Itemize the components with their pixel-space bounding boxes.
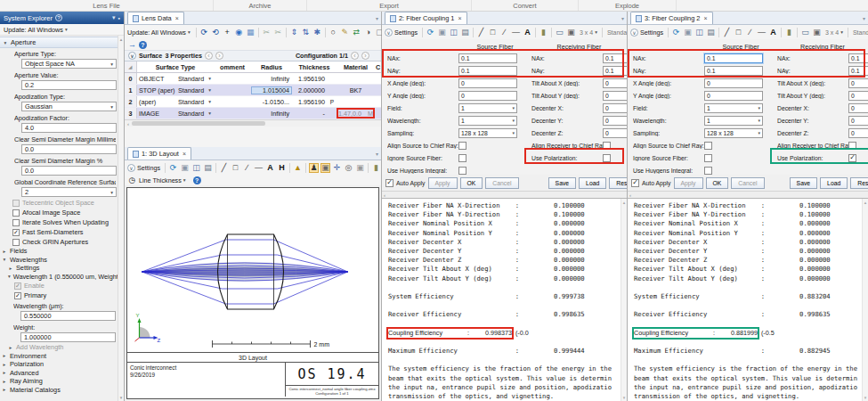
pencil-icon[interactable]: ✎ (340, 28, 350, 37)
globe-icon[interactable]: ◉ (234, 28, 244, 37)
scroll-down-icon[interactable]: ▾ (623, 395, 626, 400)
input-tilt-about-x-deg[interactable]: 0 (603, 78, 628, 88)
scroll-up-icon[interactable]: ▴ (864, 200, 867, 205)
surface-type-dropdown[interactable]: Standard▾ (178, 110, 214, 118)
checkbox-auto-apply[interactable]: ✓ (631, 179, 639, 187)
line-icon[interactable]: ╱ (722, 28, 732, 37)
input-nax[interactable]: 0.1 (458, 53, 517, 63)
info-icon[interactable]: ? (55, 14, 62, 21)
cancel-button[interactable]: Cancel (485, 177, 518, 189)
update-dropdown[interactable]: Update: All Windows ▾ (127, 29, 191, 37)
checkbox-ignore-source-fiber[interactable] (704, 154, 712, 162)
checkbox-use-huygens-integral[interactable] (704, 167, 712, 175)
input-decenter-x[interactable]: 0 (848, 103, 868, 113)
sysexp-check-iterate-solves-when-updating[interactable]: Iterate Solves When Updating (0, 217, 118, 227)
vertical-scrollbar[interactable]: ▴▾ (621, 199, 627, 401)
sysexp-branch-ray-aiming[interactable]: ▸Ray Aiming (0, 377, 118, 386)
input-clear-semi-diameter-margin-millimeters[interactable]: 0.0 (21, 144, 117, 154)
line-thickness-label[interactable]: Line Thickness (139, 176, 182, 184)
checkbox-align-receiver-to-chief-ray[interactable] (603, 142, 611, 150)
horizontal-scrollbar[interactable]: ‹ (628, 191, 868, 198)
select-sampling[interactable]: 128 x 128▾ (704, 128, 763, 138)
print-icon[interactable]: ▤ (203, 163, 213, 173)
dash-icon[interactable]: — (511, 28, 521, 37)
material-cell[interactable]: 1.47,0.0M (337, 108, 375, 119)
segment-icon[interactable]: ∕ (745, 28, 755, 37)
input-x-angle-deg[interactable]: 0 (458, 78, 517, 88)
sysexp-branch-wavelength-1-0-550000-um-weight-1-00[interactable]: ▾Wavelength 1 (0.550000 um, Weight = 1.0… (0, 273, 118, 282)
checkbox-align-receiver-to-chief-ray[interactable] (848, 142, 856, 150)
surface-type-dropdown[interactable]: Standard▾ (178, 98, 214, 106)
sysexp-branch-add-wavelength[interactable]: ▸Add Wavelength (0, 343, 118, 352)
tab-fiber-coupling-2[interactable]: 3: Fiber Coupling 2 × (630, 12, 713, 24)
dash-icon[interactable]: — (757, 28, 767, 37)
sysexp-branch-advanced[interactable]: ▸Advanced (0, 369, 118, 378)
panel-menu-icon[interactable]: ▾ (376, 151, 378, 157)
config-prev-button[interactable]: ‹ (351, 52, 359, 60)
system-explorer-titlebar[interactable]: System Explorer ? ▾ ▪ (0, 12, 124, 24)
horizontal-scrollbar[interactable]: ‹ (125, 119, 381, 127)
help-icon[interactable]: ? (193, 176, 201, 184)
input-nax[interactable]: 0.1 (704, 53, 763, 63)
thickness-cell[interactable]: - (292, 110, 328, 118)
monitor-icon[interactable]: ▭ (555, 28, 564, 37)
grid-size-dropdown[interactable]: 3 x 4 ▾ (823, 29, 845, 36)
ribbon-group-export[interactable]: Export (307, 0, 472, 11)
sysexp-check-telecentric-object-space[interactable]: Telecentric Object Space (0, 198, 118, 208)
input-decenter-y[interactable]: 0 (603, 116, 628, 126)
scissors-x-icon[interactable]: ✂ (262, 28, 272, 37)
scroll-left-icon[interactable]: ‹ (629, 192, 631, 198)
checkbox-auto-apply[interactable]: ✓ (385, 179, 393, 187)
save-icon[interactable]: ◫ (191, 163, 201, 173)
checkbox[interactable] (12, 200, 20, 207)
tree-icon[interactable]: ▲ (293, 163, 303, 173)
settings-dropdown[interactable]: ∨ Settings (127, 164, 160, 172)
scroll-up-icon[interactable]: ▴ (623, 200, 626, 205)
radius-cell[interactable]: Infinity (251, 75, 292, 83)
select-sampling[interactable]: 128 x 128▾ (458, 128, 517, 138)
style-dropdown[interactable]: Standard ▾ (605, 29, 628, 36)
grid-size-dropdown[interactable]: 3 x 4 ▾ (578, 29, 599, 36)
thickness-cell[interactable]: 1.956190 (292, 75, 328, 83)
table-row-surface-3[interactable]: 3IMAGEStandard▾Infinity-1.47,0.0M (125, 108, 381, 119)
hmark-icon[interactable]: H (277, 163, 287, 173)
rect-icon[interactable]: □ (231, 163, 240, 173)
sysexp-branch-wavelengths[interactable]: ▾Wavelengths (0, 256, 118, 265)
vertical-scrollbar[interactable]: ▴ ▾ (118, 36, 124, 401)
settings-dropdown[interactable]: ∨ Settings (385, 29, 418, 37)
input-aperture-value[interactable]: 0.2 (21, 80, 117, 90)
table-row-surface-2[interactable]: 2(aper)Standard▾-1.0150...1.956190P (125, 96, 381, 108)
apply-button[interactable]: Apply (428, 177, 458, 189)
select-field[interactable]: 1▾ (458, 103, 517, 113)
config-next-button[interactable]: › (361, 52, 369, 60)
zoom-icon[interactable]: ◎ (344, 163, 353, 173)
close-icon[interactable]: × (458, 15, 461, 21)
scroll-left-icon[interactable]: ‹ (384, 192, 385, 198)
checkbox[interactable]: ✓ (14, 282, 21, 290)
input-decenter-z[interactable]: 0 (848, 128, 868, 138)
rect-icon[interactable]: □ (734, 28, 743, 37)
radius-cell[interactable]: -1.0150... (251, 98, 292, 106)
chevron-down-icon[interactable]: ∨ (128, 52, 136, 60)
line-icon[interactable]: ╱ (219, 163, 229, 173)
monitor-icon[interactable]: ▭ (800, 28, 810, 37)
copy-icon[interactable]: ▣ (683, 28, 693, 37)
scroll-left-icon[interactable]: ‹ (125, 121, 132, 127)
sysexp-branch-settings[interactable]: ▸Settings (0, 264, 118, 273)
dropdown-apodization-type[interactable]: Gaussian▾ (21, 102, 117, 111)
thickness-cell[interactable]: 1.956190 (292, 98, 328, 106)
surface-type-dropdown[interactable]: Standard▾ (178, 86, 214, 94)
select-wavelength[interactable]: 1▾ (458, 116, 517, 126)
checkbox[interactable]: ✓ (14, 292, 21, 299)
radius-cell[interactable]: Infinity (251, 110, 292, 118)
reset-button[interactable]: Reset (850, 177, 868, 189)
text-icon[interactable]: A (265, 163, 275, 173)
close-icon[interactable]: × (703, 15, 707, 21)
sysexp-check-afocal-image-space[interactable]: Afocal Image Space (0, 208, 118, 217)
text-icon[interactable]: A (523, 28, 532, 37)
sysexp-branch-fields[interactable]: ▸Fields (0, 247, 118, 256)
checkbox-use-huygens-integral[interactable] (458, 167, 466, 175)
prev-button[interactable]: ‹ (205, 52, 213, 60)
clock-icon[interactable]: ◷ (127, 176, 137, 185)
checkbox-use-polarization[interactable]: ✓ (848, 154, 856, 162)
